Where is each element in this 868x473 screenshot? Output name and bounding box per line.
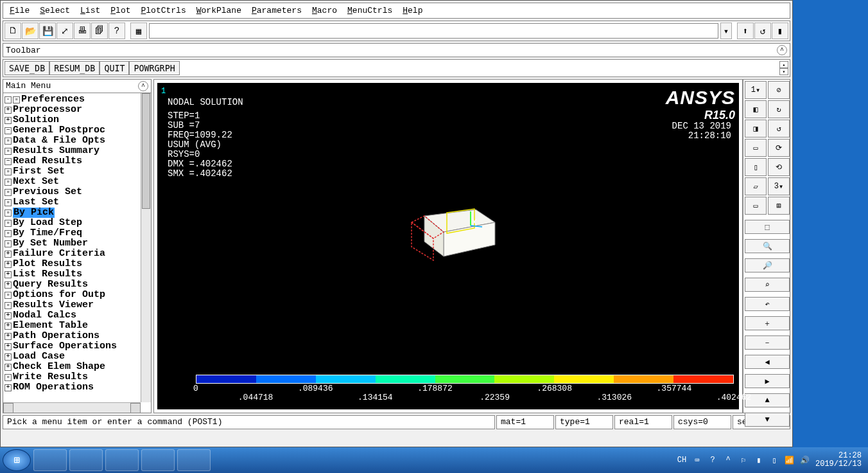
pan-right-icon[interactable]: ▶	[745, 374, 790, 388]
pan-down-icon[interactable]: ▼	[745, 413, 790, 427]
ime-icon[interactable]: CH	[677, 455, 687, 465]
task-notepad[interactable]	[177, 449, 211, 471]
tree-nodal-calcs[interactable]: Nodal Calcs	[13, 310, 76, 321]
tree-options-for-outp[interactable]: Options for Outp	[13, 290, 105, 300]
chevron-up-icon[interactable]: ^	[723, 455, 733, 465]
help-icon[interactable]: ?	[108, 22, 125, 39]
iso-view-icon[interactable]: ◧	[745, 100, 767, 118]
tree-first-set[interactable]: First Set	[13, 166, 65, 177]
pan-left-icon[interactable]: ◀	[745, 355, 790, 369]
tree-list-results[interactable]: List Results	[13, 269, 82, 280]
fit-view-icon[interactable]: ⬚	[745, 220, 790, 234]
command-input[interactable]	[149, 23, 718, 39]
save-db-button[interactable]: SAVE_DB	[4, 61, 49, 75]
menu-workplane[interactable]: WorkPlane	[193, 4, 245, 17]
save-icon[interactable]: 💾	[39, 22, 56, 39]
front-view-icon[interactable]: ▭	[745, 139, 767, 157]
network-icon[interactable]: ▯	[769, 455, 779, 465]
new-icon[interactable]: 🗋	[4, 22, 21, 39]
volume-icon[interactable]: 🔊	[800, 455, 810, 465]
flag-icon[interactable]: ⚐	[738, 455, 749, 465]
zoom-win-icon[interactable]: 🔍	[745, 239, 790, 253]
tree-preprocessor[interactable]: Preprocessor	[13, 105, 82, 115]
zoom-fit-icon[interactable]: 🔎	[745, 258, 790, 272]
tree-path-operations[interactable]: Path Operations	[13, 331, 100, 341]
task-explorer[interactable]	[141, 449, 175, 471]
left-view-icon[interactable]: ▭	[745, 197, 767, 215]
tree-read-results[interactable]: Read Results	[13, 156, 82, 166]
menu-list[interactable]: List	[76, 4, 104, 17]
graphics-viewport[interactable]: 1 NODAL SOLUTION STEP=1 SUB =7 FREQ=1099…	[153, 79, 743, 413]
grid-icon[interactable]: ▦	[130, 22, 147, 39]
rotate-y-icon[interactable]: ↺	[768, 120, 790, 138]
raise-icon[interactable]: ⬆	[737, 22, 754, 39]
menu-help[interactable]: Help	[399, 4, 426, 17]
menu-plot[interactable]: Plot	[107, 4, 134, 17]
tree-last-set[interactable]: Last Set	[13, 197, 59, 208]
tree-results-summary[interactable]: Results Summary	[13, 146, 100, 156]
command-dropdown-icon[interactable]: ▾	[720, 22, 732, 39]
help-tray-icon[interactable]: ?	[707, 455, 718, 465]
system-tray[interactable]: CH ⌨ ? ^ ⚐ ▮ ▯ 📶 🔊 21:28 2019/12/13	[677, 452, 865, 469]
tree-by-time-freq[interactable]: By Time/Freq	[13, 228, 82, 238]
tree-previous-set[interactable]: Previous Set	[13, 187, 82, 197]
menu-macro[interactable]: Macro	[308, 4, 341, 17]
right-view-icon[interactable]: ▯	[745, 158, 767, 176]
tree-preferences[interactable]: Preferences	[21, 94, 85, 105]
tree-data-file-opts[interactable]: Data & File Opts	[13, 136, 105, 146]
tree-scrollbar-h[interactable]	[3, 402, 141, 413]
tree-check-elem-shape[interactable]: Check Elem Shape	[13, 362, 105, 372]
main-menu-tree[interactable]: ·≡Preferences +Preprocessor +Solution −G…	[3, 93, 151, 413]
report-icon[interactable]: 🗐	[91, 22, 108, 39]
rate-select[interactable]: 3▾	[768, 177, 790, 195]
tree-scrollbar-v[interactable]	[141, 93, 151, 402]
toolbar-scroll[interactable]: ▴▾	[779, 61, 788, 75]
menu-menuctrls[interactable]: MenuCtrls	[343, 4, 396, 17]
box-zoom-icon[interactable]: ⌕	[745, 278, 790, 292]
print-icon[interactable]: 🖶	[74, 22, 91, 39]
menu-select[interactable]: Select	[36, 4, 74, 17]
tree-write-results[interactable]: Write Results	[13, 372, 88, 382]
top-view-icon[interactable]: ▱	[745, 177, 767, 195]
tree-plot-results[interactable]: Plot Results	[13, 259, 82, 269]
contact-icon[interactable]: ▮	[772, 22, 788, 39]
resum-db-button[interactable]: RESUM_DB	[49, 61, 100, 75]
tree-by-pick[interactable]: By Pick	[13, 208, 55, 218]
rotate-z-icon[interactable]: ⟳	[768, 139, 790, 157]
tree-by-load-step[interactable]: By Load Step	[13, 218, 82, 228]
tree-rom-operations[interactable]: ROM Operations	[13, 382, 94, 393]
zoom-in-icon[interactable]: ＋	[745, 316, 790, 330]
powrgrph-button[interactable]: POWRGRPH	[129, 61, 179, 75]
oblique-view-icon[interactable]: ◨	[745, 120, 767, 138]
tree-query-results[interactable]: Query Results	[13, 280, 88, 290]
wifi-icon[interactable]: 📶	[785, 455, 795, 465]
quit-button[interactable]: QUIT	[100, 61, 129, 75]
tree-next-set[interactable]: Next Set	[13, 177, 59, 187]
dynamic-mode-icon[interactable]: ⊞	[768, 197, 790, 215]
toolbar-collapse-icon[interactable]: ^	[777, 45, 787, 55]
tray-clock[interactable]: 21:28 2019/12/13	[815, 452, 862, 469]
reset-icon[interactable]: ↺	[754, 22, 771, 39]
tree-results-viewer[interactable]: Results Viewer	[13, 300, 94, 310]
menu-file[interactable]: File	[6, 4, 33, 17]
tree-element-table[interactable]: Element Table	[13, 321, 88, 331]
zoom-out-icon[interactable]: －	[745, 335, 790, 350]
battery-icon[interactable]: ▮	[754, 455, 764, 465]
zoom-back-icon[interactable]: ↶	[745, 297, 790, 311]
keyboard-icon[interactable]: ⌨	[692, 455, 702, 465]
main-menu-collapse-icon[interactable]: ^	[138, 81, 148, 91]
windows-taskbar[interactable]: ⊞ CH ⌨ ? ^ ⚐ ▮ ▯ 📶 🔊 21:28 2019/12/13	[0, 447, 868, 473]
pan-icon[interactable]: ⤢	[56, 22, 73, 39]
tree-solution[interactable]: Solution	[13, 115, 59, 125]
pick-none-icon[interactable]: ⊘	[768, 81, 790, 99]
tree-by-set-number[interactable]: By Set Number	[13, 238, 88, 249]
menu-plotctrls[interactable]: PlotCtrls	[137, 4, 189, 17]
window-layout-select[interactable]: 1▾	[745, 81, 767, 99]
task-chrome[interactable]	[69, 449, 103, 471]
tree-failure-criteria[interactable]: Failure Criteria	[13, 249, 105, 259]
rotate-x-icon[interactable]: ⟲	[768, 158, 790, 176]
pan-up-icon[interactable]: ▲	[745, 393, 790, 407]
start-button[interactable]: ⊞	[3, 449, 31, 471]
rotate-icon[interactable]: ↻	[768, 100, 790, 118]
tree-surface-operations[interactable]: Surface Operations	[13, 341, 117, 352]
